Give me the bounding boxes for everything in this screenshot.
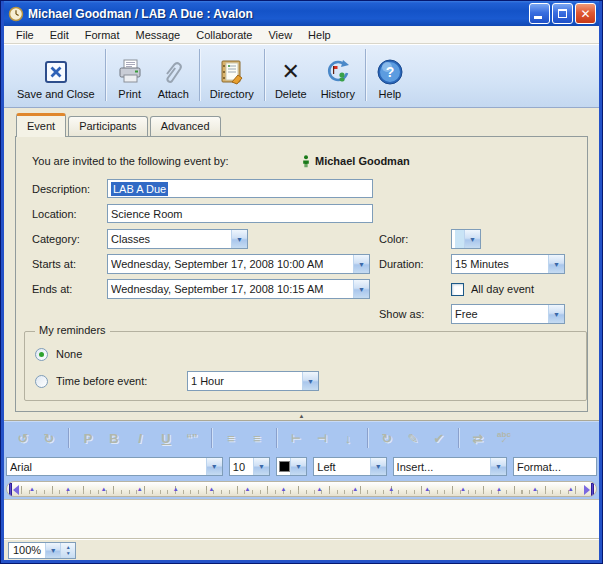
italic-icon[interactable]: I (129, 431, 151, 446)
starts-at-select[interactable]: Wednesday, September 17, 2008 10:00 AM ▼ (107, 254, 370, 274)
ruler-tab-marker-icon[interactable]: ▲ (101, 485, 107, 493)
tab-advanced[interactable]: Advanced (150, 116, 221, 137)
category-select[interactable]: Classes ▼ (107, 229, 248, 249)
zoom-dropdown-chevron-icon[interactable]: ▼ (45, 543, 60, 558)
plain-text-icon[interactable]: P (77, 431, 99, 446)
pane-divider[interactable]: ▲ (4, 412, 599, 421)
title-bar[interactable]: Michael Goodman / LAB A Due : Avalon ✕ (4, 1, 599, 26)
approve-check-icon[interactable]: ✔ (428, 431, 450, 446)
all-day-event-checkbox[interactable] (451, 283, 464, 296)
ruler-tab-marker-icon[interactable]: ▲ (245, 485, 251, 493)
event-tab-panel: You are invited to the following event b… (15, 136, 588, 412)
ruler-tab-marker-icon[interactable]: ▲ (496, 485, 502, 493)
ruler-row: ▲▲▲▲▲▲▲▲▲▲▲▲▲▲▲▲ (4, 479, 599, 499)
quote-icon[interactable]: “” (181, 432, 203, 444)
menu-collaborate[interactable]: Collaborate (188, 28, 260, 42)
delete-button[interactable]: ✕ Delete (268, 48, 314, 102)
find-replace-icon[interactable]: ⇄ (467, 431, 489, 446)
show-as-label: Show as: (379, 304, 424, 324)
maximize-button[interactable] (552, 3, 573, 24)
reminder-time-select[interactable]: 1 Hour ▼ (187, 371, 319, 391)
insert-select[interactable]: Insert... ▼ (393, 457, 507, 476)
reminder-time-radio[interactable] (35, 375, 48, 388)
spin-down-icon[interactable]: ▼ (66, 550, 71, 556)
bold-icon[interactable]: B (103, 431, 125, 446)
ruler-tab-marker-icon[interactable]: ▲ (532, 485, 538, 493)
ruler-tab-marker-icon[interactable]: ▲ (424, 485, 430, 493)
duration-select[interactable]: 15 Minutes ▼ (451, 254, 565, 274)
ruler-tab-marker-icon[interactable]: ▲ (316, 485, 322, 493)
maximize-icon (558, 9, 567, 18)
ruler-tab-marker-icon[interactable]: ▲ (29, 485, 35, 493)
minimize-button[interactable] (529, 3, 550, 24)
ruler-tab-marker-icon[interactable]: ▲ (209, 485, 215, 493)
font-color-select[interactable]: ▼ (276, 457, 307, 476)
my-reminders-group: My reminders None Time before event: 1 H… (24, 331, 587, 401)
ends-at-label: Ends at: (32, 279, 72, 299)
spellcheck-icon[interactable]: abc ✓ (493, 432, 515, 444)
menu-message[interactable]: Message (128, 28, 189, 42)
directory-button[interactable]: Directory (203, 48, 261, 102)
pen-icon[interactable]: ✎ (402, 431, 424, 446)
description-input[interactable]: LAB A Due (107, 179, 373, 198)
ruler-tab-marker-icon[interactable]: ▲ (352, 485, 358, 493)
ruler-tab-marker-icon[interactable]: ▲ (568, 485, 574, 493)
tab-stop-left-icon[interactable]: ⊢ (285, 432, 307, 445)
ruler-tab-markers: ▲▲▲▲▲▲▲▲▲▲▲▲▲▲▲▲ (29, 485, 574, 493)
tab-participants[interactable]: Participants (68, 116, 147, 137)
chevron-down-icon: ▼ (353, 255, 369, 273)
toolbar-button-label: Directory (210, 88, 254, 100)
alignment-select[interactable]: Left ▼ (313, 457, 386, 476)
ruler-tab-marker-icon[interactable]: ▲ (137, 485, 143, 493)
collapse-handle-icon[interactable]: ▲ (299, 413, 305, 419)
ruler-tab-marker-icon[interactable]: ▲ (65, 485, 71, 493)
menu-view[interactable]: View (260, 28, 300, 42)
category-label: Category: (32, 229, 80, 249)
location-input[interactable]: Science Room (107, 204, 373, 223)
menu-help[interactable]: Help (300, 28, 339, 42)
tab-event[interactable]: Event (16, 113, 66, 137)
close-button[interactable]: ✕ (575, 3, 596, 24)
ruler-tab-marker-icon[interactable]: ▲ (173, 485, 179, 493)
zoom-spinner[interactable]: ▲ ▼ (60, 543, 75, 558)
undo-icon[interactable]: ↺ (12, 431, 34, 446)
format-select[interactable]: Format... (513, 457, 597, 476)
delete-x-icon: ✕ (282, 56, 300, 88)
indent-list-icon[interactable]: ≡ (220, 431, 242, 446)
ruler-tab-marker-icon[interactable]: ▲ (280, 485, 286, 493)
invited-by-text: You are invited to the following event b… (32, 151, 229, 171)
underline-icon[interactable]: U (155, 431, 177, 446)
help-button[interactable]: ? Help (369, 48, 411, 102)
show-as-select[interactable]: Free ▼ (451, 304, 565, 324)
right-margin-marker-icon[interactable] (585, 483, 594, 496)
tab-stop-right-icon[interactable]: ⊣ (311, 432, 333, 445)
font-size-select[interactable]: 10 ▼ (229, 457, 270, 476)
attach-button[interactable]: Attach (151, 48, 196, 102)
menu-edit[interactable]: Edit (42, 28, 77, 42)
history-button[interactable]: History (314, 48, 362, 102)
my-reminders-title: My reminders (35, 324, 110, 336)
menu-file[interactable]: File (8, 28, 42, 42)
toolbar-button-label: Attach (158, 88, 189, 100)
save-and-close-button[interactable]: Save and Close (10, 48, 102, 102)
ruler-tab-marker-icon[interactable]: ▲ (460, 485, 466, 493)
zoom-control[interactable]: 100% ▼ ▲ ▼ (8, 542, 76, 559)
toolbar-separator (458, 428, 459, 448)
revert-icon[interactable]: ↻ (376, 431, 398, 446)
outdent-list-icon[interactable]: ≡ (246, 431, 268, 446)
ruler[interactable]: ▲▲▲▲▲▲▲▲▲▲▲▲▲▲▲▲ (6, 481, 597, 497)
toolbar-separator (199, 49, 200, 101)
font-family-select[interactable]: Arial ▼ (6, 457, 223, 476)
ends-at-select[interactable]: Wednesday, September 17, 2008 10:15 AM ▼ (107, 279, 370, 299)
ruler-tab-marker-icon[interactable]: ▲ (388, 485, 394, 493)
window-frame: Michael Goodman / LAB A Due : Avalon ✕ F… (1, 1, 602, 563)
reminder-none-radio[interactable] (35, 348, 48, 361)
left-margin-marker-icon[interactable] (9, 483, 18, 496)
print-button[interactable]: Print (109, 48, 151, 102)
organizer-name: Michael Goodman (315, 155, 410, 167)
message-body[interactable] (4, 499, 599, 539)
insert-down-icon[interactable]: ↓ (337, 431, 359, 446)
redo-icon[interactable]: ↻ (38, 431, 60, 446)
color-select[interactable]: ▼ (451, 229, 481, 249)
menu-format[interactable]: Format (77, 28, 128, 42)
